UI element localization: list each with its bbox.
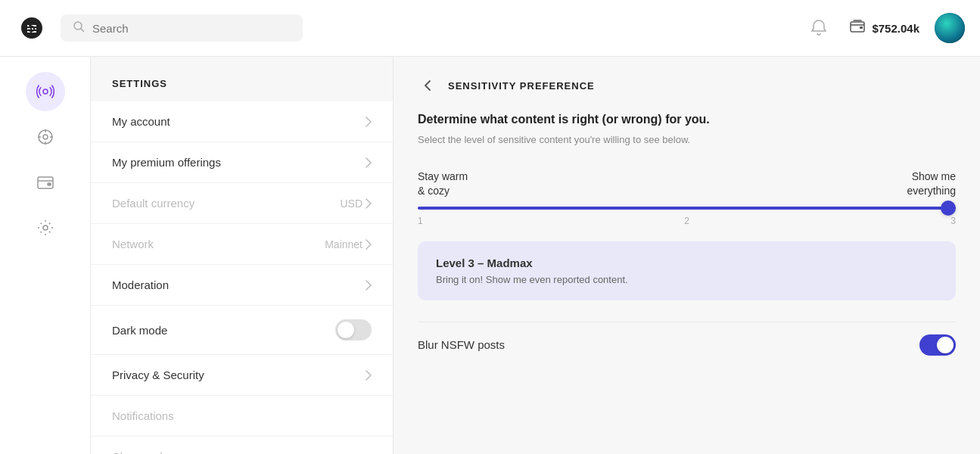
svg-rect-9 — [48, 183, 51, 185]
search-input[interactable] — [92, 22, 291, 35]
blur-nsfw-row: Blur NSFW posts — [418, 322, 956, 368]
level-card: Level 3 – Madmax Bring it on! Show me ev… — [418, 241, 956, 300]
header-right: $752.04k — [804, 13, 965, 43]
settings-label-network: Network — [112, 238, 154, 250]
search-bar[interactable] — [61, 14, 303, 42]
svg-point-5 — [43, 89, 48, 94]
settings-label-my-premium: My premium offerings — [112, 156, 221, 169]
settings-label-my-account: My account — [112, 115, 170, 128]
svg-rect-8 — [38, 177, 53, 188]
settings-chevron-my-premium — [366, 157, 372, 168]
settings-chevron-moderation — [366, 280, 372, 291]
settings-item-privacy-security[interactable]: Privacy & Security — [91, 355, 393, 396]
svg-point-7 — [43, 135, 48, 139]
settings-label-clear-cache: Clear cache — [112, 450, 173, 454]
slider-track — [418, 207, 956, 210]
sidebar-item-explore[interactable] — [26, 117, 65, 157]
detail-title: SENSITIVITY PREFERENCE — [448, 80, 595, 92]
toggle-knob — [338, 322, 354, 338]
dark-mode-toggle[interactable] — [335, 319, 372, 340]
settings-item-my-premium[interactable]: My premium offerings — [91, 142, 393, 183]
sidebar-item-settings[interactable] — [26, 208, 65, 247]
slider-thumb[interactable] — [941, 201, 956, 216]
sensitivity-sub: Select the level of sensitive content yo… — [418, 134, 956, 145]
settings-item-network[interactable]: Network Mainnet — [91, 224, 393, 265]
settings-label-privacy-security: Privacy & Security — [112, 368, 204, 381]
settings-value-network: Mainnet — [325, 238, 372, 250]
sidebar-item-broadcast[interactable] — [26, 72, 65, 111]
settings-label-notifications: Notifications — [112, 409, 174, 422]
settings-item-notifications[interactable]: Notifications — [91, 396, 393, 437]
sensitivity-description: Determine what content is right (or wron… — [418, 111, 956, 128]
detail-content: Determine what content is right (or wron… — [394, 111, 980, 392]
slider-numbers: 1 2 3 — [418, 216, 956, 226]
svg-line-2 — [81, 29, 84, 32]
slider-label-right: Show me everything — [907, 169, 956, 197]
bell-icon — [810, 19, 828, 37]
app-logo: S — [15, 11, 48, 45]
settings-label-dark-mode: Dark mode — [112, 324, 167, 337]
settings-chevron-privacy-security — [366, 370, 372, 381]
slider-num-1: 1 — [418, 216, 423, 226]
settings-item-default-currency[interactable]: Default currency USD — [91, 183, 393, 224]
app-header: S $7 — [0, 0, 980, 57]
notification-button[interactable] — [804, 13, 834, 43]
settings-title: SETTINGS — [91, 57, 393, 101]
settings-item-dark-mode[interactable]: Dark mode — [91, 306, 393, 355]
sidebar-nav — [0, 57, 91, 454]
blur-nsfw-label: Blur NSFW posts — [418, 338, 505, 351]
slider-labels: Stay warm & cozy Show me everything — [418, 169, 956, 197]
wallet-amount: $752.04k — [872, 22, 919, 35]
settings-item-clear-cache[interactable]: Clear cache — [91, 437, 393, 454]
main-layout: SETTINGS My account My premium offerings… — [0, 57, 980, 454]
slider-fill — [418, 207, 956, 210]
blur-nsfw-toggle[interactable] — [919, 334, 956, 356]
detail-panel: SENSITIVITY PREFERENCE Determine what co… — [394, 57, 980, 454]
settings-chevron-my-account — [366, 117, 372, 127]
slider-num-2: 2 — [684, 216, 689, 226]
wallet-area[interactable]: $752.04k — [849, 18, 919, 39]
svg-point-10 — [43, 225, 48, 230]
settings-label-default-currency: Default currency — [112, 197, 194, 210]
level-card-title: Level 3 – Madmax — [436, 257, 938, 269]
settings-panel: SETTINGS My account My premium offerings… — [91, 57, 394, 454]
settings-item-my-account[interactable]: My account — [91, 101, 393, 142]
level-card-description: Bring it on! Show me even reported conte… — [436, 274, 938, 285]
settings-value-default-currency: USD — [340, 197, 372, 210]
detail-header: SENSITIVITY PREFERENCE — [394, 57, 980, 111]
settings-item-moderation[interactable]: Moderation — [91, 265, 393, 306]
back-button[interactable] — [418, 75, 439, 96]
settings-label-moderation: Moderation — [112, 278, 169, 291]
wallet-icon — [849, 18, 866, 39]
slider-container[interactable] — [418, 207, 956, 210]
slider-label-left: Stay warm & cozy — [418, 169, 468, 197]
slider-num-3: 3 — [950, 216, 956, 226]
svg-text:S: S — [28, 20, 36, 35]
avatar[interactable] — [935, 13, 965, 43]
blur-nsfw-knob — [937, 337, 954, 353]
search-icon — [73, 20, 85, 36]
svg-rect-4 — [860, 26, 863, 29]
sidebar-item-wallet[interactable] — [26, 163, 65, 202]
